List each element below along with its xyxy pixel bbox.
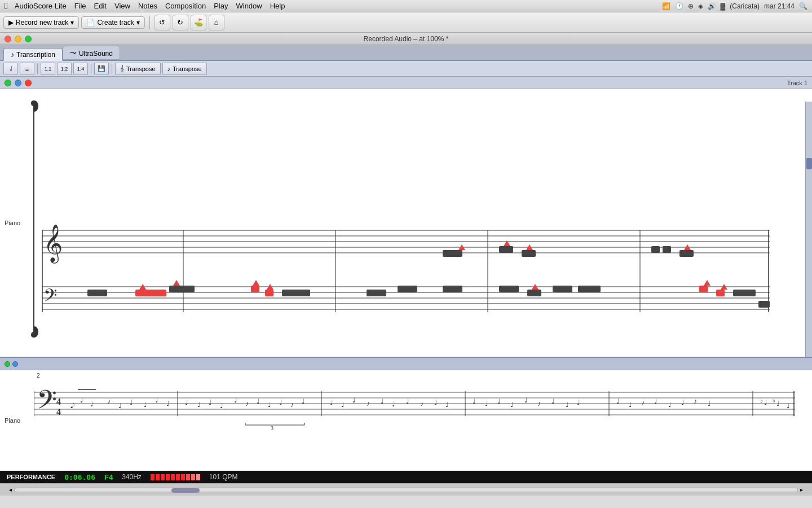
window-title: Recorded Audio – at 100% * [364,35,449,43]
scroll-thumb[interactable] [806,158,812,169]
refresh-button[interactable]: ↺ [155,15,170,30]
menu-help[interactable]: Help [270,2,285,10]
svg-text:♪: ♪ [290,401,294,409]
menu-edit[interactable]: Edit [94,2,107,10]
menu-battery: ▓ [721,2,726,10]
track-1-label: Track 1 [787,80,807,86]
apple-menu[interactable]:  [5,1,8,11]
sync-button[interactable]: ↻ [173,15,188,30]
svg-text:♪: ♪ [367,400,370,408]
svg-text:♩: ♩ [406,397,409,405]
note-16 [733,290,756,296]
tab-transcription[interactable]: ♪ Transcription [3,48,63,61]
maximize-button[interactable] [25,36,32,42]
zoom-2-btn[interactable]: 1:2 [57,63,72,75]
svg-text:♩: ♩ [257,397,260,405]
svg-text:♩: ♩ [497,397,501,405]
scroll-thumb[interactable] [171,488,200,493]
svg-text:♩: ♩ [144,401,147,409]
minimize-button[interactable] [15,36,21,42]
track-play-btn[interactable] [5,80,11,86]
send-to-sibelius-btn[interactable]: 𝄞 Transpose [115,63,161,75]
score-view[interactable]: Piano [0,89,812,357]
note-12 [553,286,572,292]
note-11 [527,290,541,296]
svg-text:♩: ♩ [434,398,438,406]
scroll-right-btn[interactable]: ▸ [800,487,803,493]
bottom-notation-svg: 𝄢 4 4 𝅘𝅥𝅮 ♩ ♩ ♪ ♩ ♩ ♩ [34,375,812,466]
svg-text:♩: ♩ [268,401,271,409]
menu-audioscore[interactable]: AudioScore Lite [15,2,67,10]
menu-notes[interactable]: Notes [138,2,157,10]
svg-text:♩: ♩ [234,396,237,404]
meter-bar-7 [181,474,185,480]
create-track-button[interactable]: 📄 Create track ▾ [81,16,144,29]
note-2-red [135,290,166,296]
svg-text:♩: ♩ [209,398,212,406]
track-bottom-area: 2 Piano 𝄢 4 4 [0,358,812,471]
iconbar-sep-2 [91,64,91,74]
tab-ultrasound[interactable]: 〜 UltraSound [63,46,120,60]
menu-bar:  AudioScore Lite File Edit View Notes C… [0,0,812,12]
svg-text:♩: ♩ [668,401,672,409]
svg-text:♩: ♩ [616,397,620,405]
svg-text:♩: ♩ [155,396,158,404]
scroll-track[interactable] [14,488,798,492]
track-solo-btn[interactable] [25,80,32,86]
record-dropdown-icon[interactable]: ▾ [70,19,74,27]
meter-bar-8 [186,474,190,480]
ultrasound-icon: 〜 [70,49,77,58]
track-mute-btn[interactable] [15,80,21,86]
home-button[interactable]: ⌂ [209,15,224,30]
menu-audio: 🔊 [708,2,716,10]
svg-text:4: 4 [56,407,61,417]
performance-label: PERFORMANCE [7,474,55,480]
window-titlebar: Recorded Audio – at 100% * [0,33,812,45]
svg-text:♩: ♩ [654,397,657,405]
svg-text:♩: ♩ [197,401,201,409]
create-dropdown-icon[interactable]: ▾ [136,19,140,27]
svg-text:♭: ♭ [773,397,775,404]
menu-composition[interactable]: Composition [165,2,206,10]
svg-text:♩: ♩ [473,397,476,405]
meter-bar-4 [166,474,170,480]
close-button[interactable] [5,36,11,42]
main-content: Track 1 Piano [0,77,812,496]
record-new-track-button[interactable]: ▶ Record new track ▾ [3,16,79,29]
staff-svg: 𝄞 𝄢 [31,89,805,357]
meter-bar-10 [196,474,200,480]
meter-bar-2 [156,474,160,480]
svg-text:𝄞: 𝄞 [43,224,63,264]
svg-text:♩: ♩ [302,397,305,405]
menu-play[interactable]: Play [214,2,228,10]
bottom-scrollbar[interactable]: ◂ ▸ [0,483,812,496]
svg-text:𝄢: 𝄢 [37,386,57,421]
menu-window[interactable]: Window [236,2,262,10]
svg-text:♩: ♩ [130,398,133,406]
right-scrollbar[interactable] [805,102,812,357]
menu-view[interactable]: View [114,2,130,10]
note-input-btn[interactable]: ♩ [3,63,18,75]
menu-location: (Caricata) [730,2,760,10]
zoom-4-btn[interactable]: 1:4 [73,63,88,75]
menu-search-icon[interactable]: 🔍 [799,2,807,10]
bottom-mute-btn[interactable] [12,361,18,367]
zoom-1-btn[interactable]: 1:1 [41,63,55,75]
bottom-play-btn[interactable] [5,361,10,367]
note-14-marker [704,280,710,286]
svg-text:♩: ♩ [330,398,333,406]
tab-bar: ♪ Transcription 〜 UltraSound [0,45,812,61]
list-view-btn[interactable]: ≡ [20,63,34,75]
svg-text:♯: ♯ [760,398,763,405]
status-bar: PERFORMANCE 0:06.06 F4 340Hz 101 QPM [0,471,812,483]
note-13 [578,286,601,292]
transpose-btn[interactable]: ♪ Transpose [162,63,207,75]
svg-text:♩: ♩ [352,396,356,404]
menu-clock: 🕐 [675,2,683,10]
svg-text:♩: ♩ [524,396,528,404]
save-btn[interactable]: 💾 [94,63,109,75]
measure-number: 2 [37,373,40,379]
scroll-left-btn[interactable]: ◂ [9,487,12,493]
menu-file[interactable]: File [74,2,86,10]
bookmark-button[interactable]: ⛳ [191,15,206,30]
